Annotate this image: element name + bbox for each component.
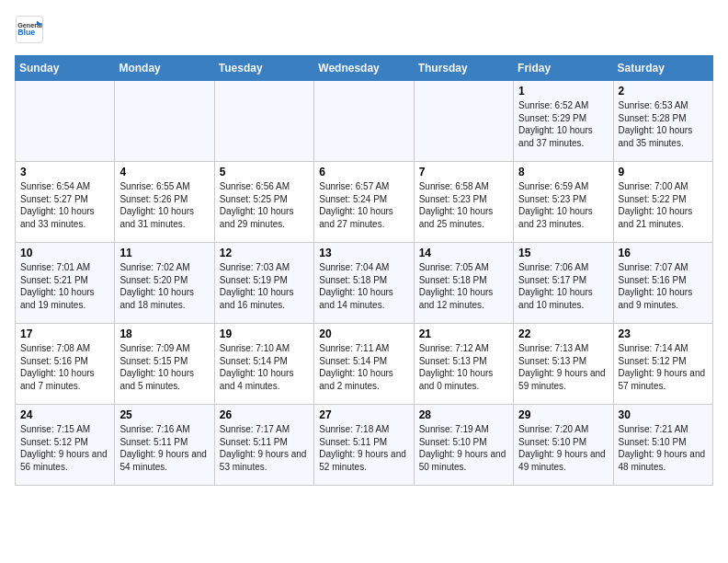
calendar-cell: 27Sunrise: 7:18 AM Sunset: 5:11 PM Dayli… [314, 405, 414, 486]
day-info: Sunrise: 7:10 AM Sunset: 5:14 PM Dayligh… [220, 342, 309, 392]
day-number: 1 [518, 85, 608, 98]
day-info: Sunrise: 7:06 AM Sunset: 5:17 PM Dayligh… [518, 261, 608, 311]
day-number: 25 [119, 408, 209, 421]
day-info: Sunrise: 7:01 AM Sunset: 5:21 PM Dayligh… [20, 261, 109, 311]
day-number: 23 [619, 327, 708, 340]
calendar-cell: 3Sunrise: 6:54 AM Sunset: 5:27 PM Daylig… [16, 162, 115, 243]
day-info: Sunrise: 6:54 AM Sunset: 5:27 PM Dayligh… [20, 180, 109, 230]
calendar-week-3: 17Sunrise: 7:08 AM Sunset: 5:16 PM Dayli… [16, 324, 713, 405]
calendar-week-1: 3Sunrise: 6:54 AM Sunset: 5:27 PM Daylig… [16, 162, 713, 243]
day-number: 13 [319, 247, 408, 259]
day-header-tuesday: Tuesday [214, 56, 313, 81]
day-number: 11 [119, 247, 209, 259]
day-info: Sunrise: 6:56 AM Sunset: 5:25 PM Dayligh… [220, 180, 309, 230]
day-number: 7 [419, 166, 508, 178]
day-info: Sunrise: 6:55 AM Sunset: 5:26 PM Dayligh… [119, 180, 209, 230]
day-number: 24 [20, 408, 109, 421]
day-header-saturday: Saturday [613, 56, 712, 81]
calendar-cell: 7Sunrise: 6:58 AM Sunset: 5:23 PM Daylig… [414, 162, 513, 243]
day-number: 21 [419, 327, 508, 340]
calendar-week-0: 1Sunrise: 6:52 AM Sunset: 5:29 PM Daylig… [16, 81, 713, 162]
calendar-cell: 17Sunrise: 7:08 AM Sunset: 5:16 PM Dayli… [16, 324, 115, 405]
calendar-cell: 16Sunrise: 7:07 AM Sunset: 5:16 PM Dayli… [613, 243, 712, 324]
day-info: Sunrise: 7:09 AM Sunset: 5:15 PM Dayligh… [119, 342, 209, 392]
day-info: Sunrise: 7:12 AM Sunset: 5:13 PM Dayligh… [419, 342, 508, 392]
calendar-cell [16, 81, 115, 162]
day-info: Sunrise: 7:15 AM Sunset: 5:12 PM Dayligh… [20, 423, 109, 473]
calendar-cell [214, 81, 313, 162]
day-number: 15 [518, 247, 608, 259]
calendar-cell: 22Sunrise: 7:13 AM Sunset: 5:13 PM Dayli… [514, 324, 613, 405]
calendar-cell: 8Sunrise: 6:59 AM Sunset: 5:23 PM Daylig… [514, 162, 613, 243]
day-header-wednesday: Wednesday [314, 56, 414, 81]
svg-text:Blue: Blue [17, 28, 35, 37]
day-header-thursday: Thursday [414, 56, 513, 81]
day-info: Sunrise: 7:04 AM Sunset: 5:18 PM Dayligh… [319, 261, 408, 311]
day-number: 8 [518, 166, 608, 178]
day-info: Sunrise: 7:13 AM Sunset: 5:13 PM Dayligh… [518, 342, 608, 392]
calendar-cell: 14Sunrise: 7:05 AM Sunset: 5:18 PM Dayli… [414, 243, 513, 324]
day-number: 30 [619, 408, 708, 421]
day-info: Sunrise: 6:52 AM Sunset: 5:29 PM Dayligh… [518, 99, 608, 149]
calendar-cell: 30Sunrise: 7:21 AM Sunset: 5:10 PM Dayli… [613, 405, 712, 486]
calendar-cell: 18Sunrise: 7:09 AM Sunset: 5:15 PM Dayli… [115, 324, 214, 405]
day-info: Sunrise: 7:18 AM Sunset: 5:11 PM Dayligh… [319, 423, 408, 473]
day-info: Sunrise: 6:58 AM Sunset: 5:23 PM Dayligh… [419, 180, 508, 230]
day-number: 14 [419, 247, 508, 259]
day-number: 27 [319, 408, 408, 421]
day-number: 29 [518, 408, 608, 421]
calendar-body: 1Sunrise: 6:52 AM Sunset: 5:29 PM Daylig… [16, 81, 713, 486]
calendar-cell [414, 81, 513, 162]
calendar-cell: 25Sunrise: 7:16 AM Sunset: 5:11 PM Dayli… [115, 405, 214, 486]
day-header-monday: Monday [115, 56, 214, 81]
calendar-cell: 4Sunrise: 6:55 AM Sunset: 5:26 PM Daylig… [115, 162, 214, 243]
day-info: Sunrise: 7:16 AM Sunset: 5:11 PM Dayligh… [119, 423, 209, 473]
calendar-cell: 19Sunrise: 7:10 AM Sunset: 5:14 PM Dayli… [214, 324, 313, 405]
day-number: 6 [319, 166, 408, 178]
day-info: Sunrise: 7:00 AM Sunset: 5:22 PM Dayligh… [619, 180, 708, 230]
calendar-week-2: 10Sunrise: 7:01 AM Sunset: 5:21 PM Dayli… [16, 243, 713, 324]
day-number: 18 [119, 327, 209, 340]
calendar-cell: 2Sunrise: 6:53 AM Sunset: 5:28 PM Daylig… [613, 81, 712, 162]
calendar-cell: 5Sunrise: 6:56 AM Sunset: 5:25 PM Daylig… [214, 162, 313, 243]
day-number: 2 [619, 85, 708, 98]
calendar-cell [115, 81, 214, 162]
day-number: 16 [619, 247, 708, 259]
logo-icon: General Blue [15, 15, 44, 44]
calendar-cell: 12Sunrise: 7:03 AM Sunset: 5:19 PM Dayli… [214, 243, 313, 324]
logo: General Blue [15, 15, 48, 44]
day-number: 4 [119, 166, 209, 178]
day-info: Sunrise: 7:21 AM Sunset: 5:10 PM Dayligh… [619, 423, 708, 473]
day-info: Sunrise: 7:08 AM Sunset: 5:16 PM Dayligh… [20, 342, 109, 392]
calendar-cell: 24Sunrise: 7:15 AM Sunset: 5:12 PM Dayli… [16, 405, 115, 486]
calendar-cell: 29Sunrise: 7:20 AM Sunset: 5:10 PM Dayli… [514, 405, 613, 486]
calendar-header: SundayMondayTuesdayWednesdayThursdayFrid… [16, 56, 713, 81]
day-info: Sunrise: 7:14 AM Sunset: 5:12 PM Dayligh… [619, 342, 708, 392]
day-number: 10 [20, 247, 109, 259]
day-info: Sunrise: 7:03 AM Sunset: 5:19 PM Dayligh… [220, 261, 309, 311]
calendar-cell [314, 81, 414, 162]
day-number: 17 [20, 327, 109, 340]
day-number: 26 [220, 408, 309, 421]
calendar-cell: 28Sunrise: 7:19 AM Sunset: 5:10 PM Dayli… [414, 405, 513, 486]
calendar-cell: 23Sunrise: 7:14 AM Sunset: 5:12 PM Dayli… [613, 324, 712, 405]
day-header-friday: Friday [514, 56, 613, 81]
day-number: 19 [220, 327, 309, 340]
calendar-cell: 1Sunrise: 6:52 AM Sunset: 5:29 PM Daylig… [514, 81, 613, 162]
day-number: 20 [319, 327, 408, 340]
calendar-cell: 26Sunrise: 7:17 AM Sunset: 5:11 PM Dayli… [214, 405, 313, 486]
calendar-cell: 21Sunrise: 7:12 AM Sunset: 5:13 PM Dayli… [414, 324, 513, 405]
calendar-cell: 10Sunrise: 7:01 AM Sunset: 5:21 PM Dayli… [16, 243, 115, 324]
day-info: Sunrise: 6:59 AM Sunset: 5:23 PM Dayligh… [518, 180, 608, 230]
calendar-cell: 11Sunrise: 7:02 AM Sunset: 5:20 PM Dayli… [115, 243, 214, 324]
calendar-cell: 6Sunrise: 6:57 AM Sunset: 5:24 PM Daylig… [314, 162, 414, 243]
day-info: Sunrise: 7:20 AM Sunset: 5:10 PM Dayligh… [518, 423, 608, 473]
day-info: Sunrise: 7:17 AM Sunset: 5:11 PM Dayligh… [220, 423, 309, 473]
calendar-cell: 15Sunrise: 7:06 AM Sunset: 5:17 PM Dayli… [514, 243, 613, 324]
day-header-sunday: Sunday [16, 56, 115, 81]
calendar-week-4: 24Sunrise: 7:15 AM Sunset: 5:12 PM Dayli… [16, 405, 713, 486]
day-number: 22 [518, 327, 608, 340]
day-info: Sunrise: 7:07 AM Sunset: 5:16 PM Dayligh… [619, 261, 708, 311]
day-number: 5 [220, 166, 309, 178]
day-info: Sunrise: 6:53 AM Sunset: 5:28 PM Dayligh… [619, 99, 708, 149]
